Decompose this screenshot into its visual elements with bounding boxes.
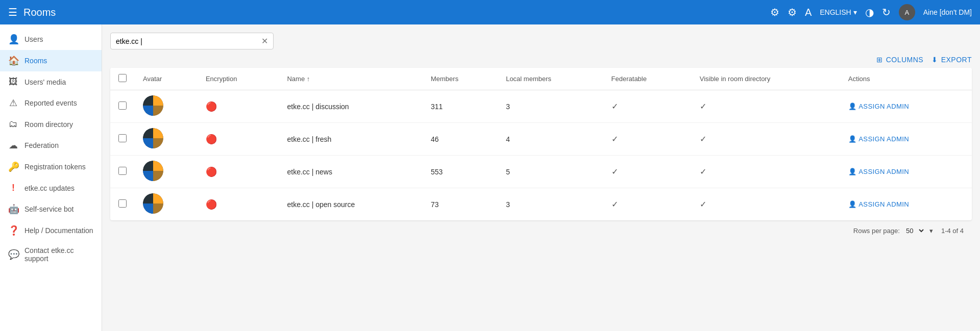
- sidebar-item-registration-tokens[interactable]: 🔑 Registration tokens: [0, 156, 102, 177]
- sidebar-item-users-media[interactable]: 🖼 Users' media: [0, 71, 102, 92]
- encryption-off-icon: 🔴: [206, 167, 217, 177]
- pagination: Rows per page: 50 25 100 ▾ 1-4 of 4: [110, 220, 972, 241]
- theme-icon[interactable]: ◑: [865, 6, 874, 18]
- row-checkbox-0[interactable]: [118, 101, 127, 110]
- check-icon: ✓: [611, 200, 618, 209]
- encryption-off-icon: 🔴: [206, 134, 217, 144]
- cell-encryption: 🔴: [198, 123, 279, 156]
- sidebar-item-room-directory[interactable]: 🗂 Room directory: [0, 114, 102, 135]
- warning-icon: ⚠: [8, 97, 18, 109]
- directory-icon: 🗂: [8, 119, 18, 130]
- cell-federatable: ✓: [603, 156, 692, 188]
- cell-name: etke.cc | open source: [279, 188, 422, 221]
- row-checkbox-2[interactable]: [118, 167, 127, 175]
- person-icon: 👤: [848, 103, 856, 110]
- columns-icon: ⊞: [876, 56, 883, 64]
- cell-name: etke.cc | news: [279, 156, 422, 188]
- bot-icon: 🤖: [8, 203, 18, 215]
- cell-members: 553: [423, 156, 498, 188]
- check-icon: ✓: [700, 102, 706, 111]
- cell-avatar: [135, 156, 198, 188]
- col-name[interactable]: Name ↑: [279, 68, 422, 90]
- check-icon: ✓: [700, 167, 706, 176]
- select-all-checkbox[interactable]: [118, 74, 127, 82]
- avatar[interactable]: A: [899, 4, 915, 20]
- topbar-title: Rooms: [23, 7, 764, 18]
- sidebar-label-self-service-bot: Self-service bot: [24, 205, 74, 213]
- table-row: 🔴etke.cc | discussion3113✓✓ 👤 ASSIGN ADM…: [110, 90, 972, 123]
- assign-admin-button[interactable]: 👤 ASSIGN ADMIN: [848, 103, 909, 110]
- translate-icon[interactable]: A: [805, 7, 812, 18]
- col-federatable: Federatable: [603, 68, 692, 90]
- row-checkbox-1[interactable]: [118, 134, 127, 142]
- cell-local-members: 4: [498, 123, 603, 156]
- rows-per-page-select[interactable]: 50 25 100: [904, 226, 925, 235]
- col-local-members: Local members: [498, 68, 603, 90]
- columns-button[interactable]: ⊞ COLUMNS: [876, 56, 923, 64]
- person-icon: 👤: [848, 135, 856, 143]
- cell-federatable: ✓: [603, 123, 692, 156]
- admin-icon[interactable]: ⚙: [770, 6, 779, 18]
- cell-actions: 👤 ASSIGN ADMIN: [840, 156, 972, 188]
- cell-avatar: [135, 90, 198, 123]
- assign-admin-button[interactable]: 👤 ASSIGN ADMIN: [848, 135, 909, 143]
- cell-visible-room-directory: ✓: [692, 90, 840, 123]
- sidebar-item-rooms[interactable]: 🏠 Rooms: [0, 50, 102, 71]
- chevron-down-icon: ▾: [929, 227, 933, 235]
- updates-icon: !: [8, 183, 18, 193]
- sidebar-item-reported-events[interactable]: ⚠ Reported events: [0, 92, 102, 114]
- sidebar-item-contact-support[interactable]: 💬 Contact etke.cc support: [0, 241, 102, 268]
- export-button[interactable]: ⬇ EXPORT: [932, 56, 972, 64]
- check-icon: ✓: [700, 200, 706, 209]
- person-icon: 👤: [848, 168, 856, 175]
- cell-encryption: 🔴: [198, 90, 279, 123]
- cell-local-members: 3: [498, 90, 603, 123]
- export-icon: ⬇: [932, 56, 938, 64]
- sidebar-item-help-documentation[interactable]: ❓ Help / Documentation: [0, 220, 102, 241]
- sidebar-item-federation[interactable]: ☁ Federation: [0, 135, 102, 156]
- chevron-down-icon: ▾: [853, 8, 857, 16]
- sidebar-label-room-directory: Room directory: [24, 120, 73, 129]
- sidebar-label-registration-tokens: Registration tokens: [24, 163, 86, 171]
- settings-icon[interactable]: ⚙: [788, 6, 797, 18]
- refresh-icon[interactable]: ↻: [882, 6, 891, 18]
- menu-icon[interactable]: ☰: [8, 6, 17, 18]
- person-icon: 👤: [848, 200, 856, 208]
- federation-icon: ☁: [8, 140, 18, 151]
- clear-search-button[interactable]: ✕: [261, 36, 268, 46]
- cell-encryption: 🔴: [198, 188, 279, 221]
- assign-admin-button[interactable]: 👤 ASSIGN ADMIN: [848, 168, 909, 175]
- col-members: Members: [423, 68, 498, 90]
- table-row: 🔴etke.cc | news5535✓✓ 👤 ASSIGN ADMIN: [110, 156, 972, 188]
- cell-actions: 👤 ASSIGN ADMIN: [840, 188, 972, 221]
- sidebar-label-users-media: Users' media: [24, 78, 66, 86]
- cell-local-members: 3: [498, 188, 603, 221]
- sidebar-label-reported-events: Reported events: [24, 99, 77, 107]
- language-selector[interactable]: ENGLISH ▾: [820, 8, 856, 16]
- assign-admin-button[interactable]: 👤 ASSIGN ADMIN: [848, 200, 909, 208]
- sidebar-label-help-documentation: Help / Documentation: [24, 226, 93, 235]
- cell-actions: 👤 ASSIGN ADMIN: [840, 123, 972, 156]
- search-input[interactable]: [116, 37, 257, 45]
- topbar-username[interactable]: Aine [don't DM]: [923, 8, 972, 16]
- main-content: ✕ ⊞ COLUMNS ⬇ EXPORT Avatar: [102, 24, 980, 331]
- check-icon: ✓: [611, 167, 618, 176]
- col-encryption: Encryption: [198, 68, 279, 90]
- sidebar-label-users: Users: [24, 35, 43, 43]
- sidebar-item-self-service-bot[interactable]: 🤖 Self-service bot: [0, 198, 102, 220]
- select-all-header: [110, 68, 135, 90]
- sidebar-item-users[interactable]: 👤 Users: [0, 29, 102, 50]
- search-bar: ✕: [110, 33, 274, 49]
- cell-encryption: 🔴: [198, 156, 279, 188]
- cell-avatar: [135, 123, 198, 156]
- sidebar-item-etke-updates[interactable]: ! etke.cc updates: [0, 177, 102, 198]
- encryption-off-icon: 🔴: [206, 199, 217, 210]
- rooms-icon: 🏠: [8, 55, 18, 66]
- cell-members: 311: [423, 90, 498, 123]
- cell-avatar: [135, 188, 198, 221]
- sidebar-label-rooms: Rooms: [24, 57, 47, 65]
- row-checkbox-3[interactable]: [118, 199, 127, 208]
- sidebar-label-federation: Federation: [24, 141, 59, 149]
- cell-visible-room-directory: ✓: [692, 156, 840, 188]
- cell-local-members: 5: [498, 156, 603, 188]
